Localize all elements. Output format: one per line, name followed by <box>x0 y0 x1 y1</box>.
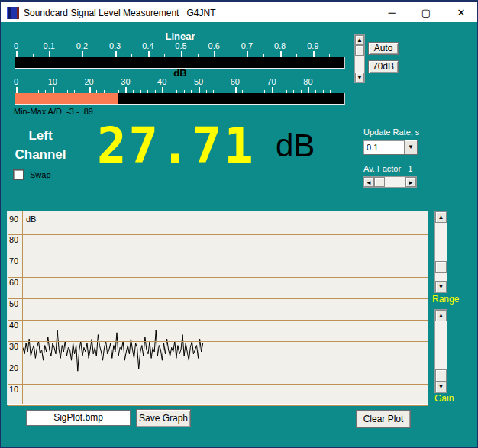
window-title: Soundcard Signal Level Measurement G4JNT <box>24 8 215 18</box>
auto-button[interactable]: Auto <box>368 42 399 55</box>
combo-dropdown-icon[interactable]: ▼ <box>404 140 417 154</box>
scale-tick-label: 0.3 <box>109 41 121 50</box>
gain-scrollbar[interactable]: ▲ ▼ <box>434 309 447 393</box>
scale-tick-label: 0.8 <box>274 41 286 50</box>
swap-checkbox[interactable] <box>13 169 24 180</box>
plot-y-tick-label: 90 <box>9 214 18 224</box>
gain-label: Gain <box>434 393 454 404</box>
scrollbar-thumb[interactable] <box>355 45 364 56</box>
av-factor-thumb[interactable] <box>374 177 385 187</box>
plot-y-tick-label: 60 <box>9 278 18 287</box>
db-meter-bar <box>15 93 345 105</box>
linear-meter-scale: 00.10.20.30.40.50.60.70.80.9 <box>15 41 347 58</box>
scale-70db-button[interactable]: 70dB <box>368 60 399 73</box>
range-up-icon[interactable]: ▲ <box>435 211 447 223</box>
plot-gridline <box>8 320 428 321</box>
scale-tick-label: 70 <box>266 77 276 86</box>
scrollbar-right-icon[interactable]: ► <box>405 177 416 187</box>
scale-tick-label: 20 <box>84 77 93 86</box>
plot-gridline <box>8 341 428 342</box>
plot-unit-label: dB <box>26 214 36 224</box>
scale-tick-label: 0 <box>14 77 18 86</box>
filename-input[interactable]: SigPlot.bmp <box>26 410 131 426</box>
clear-plot-button[interactable]: Clear Plot <box>356 410 411 428</box>
scale-tick-label: 50 <box>194 77 203 86</box>
db-meter-scale: 01020304050607080 <box>15 77 347 94</box>
scale-tick-label: 0.6 <box>208 41 220 50</box>
db-readout-unit: dB <box>276 127 315 164</box>
av-factor-scrollbar[interactable]: ◄ ► <box>363 176 417 188</box>
scale-tick-label: 40 <box>157 77 166 86</box>
plot-y-tick-label: 20 <box>9 363 18 372</box>
scale-tick-label: 10 <box>48 77 57 86</box>
plot-gridline <box>8 277 428 278</box>
plot-gridline <box>8 298 428 299</box>
linear-meter-title: Linear <box>150 31 211 42</box>
scale-tick-label: 30 <box>121 77 130 86</box>
scrollbar-down-icon[interactable]: ▼ <box>355 73 364 82</box>
scale-tick-label: 0.7 <box>241 41 253 50</box>
minimize-button[interactable]: ─ <box>375 2 409 23</box>
av-factor-label: Av. Factor 1 <box>363 164 412 173</box>
plot-gridline <box>8 234 428 235</box>
db-readout-value: 27.71 <box>97 118 256 174</box>
range-scrollbar[interactable]: ▲ ▼ <box>434 211 447 293</box>
scale-tick-label: 0.9 <box>307 41 318 50</box>
plot-gridline <box>8 256 428 256</box>
plot-y-tick-label: 70 <box>9 256 18 266</box>
scale-tick-label: 0.1 <box>44 41 55 50</box>
scrollbar-left-icon[interactable]: ◄ <box>363 177 374 187</box>
plot-y-tick-label: 50 <box>9 299 18 308</box>
close-button[interactable]: ✕ <box>444 2 478 23</box>
scale-tick-label: 0.4 <box>142 41 153 50</box>
app-icon <box>7 7 19 19</box>
plot-y-tick-label: 80 <box>9 235 18 244</box>
scale-tick-label: 80 <box>303 77 312 86</box>
av-factor-label-text: Av. Factor <box>363 164 401 173</box>
swap-label: Swap <box>30 170 51 179</box>
plot-y-axis <box>22 211 23 404</box>
plot-gridline <box>8 363 428 363</box>
scale-tick-label: 0 <box>14 41 18 50</box>
signal-trace <box>8 211 428 404</box>
channel-line2: Channel <box>5 145 76 164</box>
title-bar: Soundcard Signal Level Measurement G4JNT… <box>1 1 477 22</box>
range-thumb[interactable] <box>435 261 447 273</box>
scale-tick-label: 0.2 <box>76 41 88 50</box>
scale-tick-label: 0.5 <box>175 41 186 50</box>
plot-y-tick-label: 40 <box>9 321 18 330</box>
plot-gridline <box>8 405 428 406</box>
minmax-text: Min-Max A/D -3 - 89 <box>14 107 93 116</box>
update-rate-label: Update Rate, s <box>363 127 419 137</box>
update-rate-combobox[interactable]: 0.1 ▼ <box>363 140 418 155</box>
update-rate-value: 0.1 <box>367 143 378 152</box>
channel-label: Left Channel <box>5 126 76 164</box>
channel-line1: Left <box>5 126 76 145</box>
gain-thumb[interactable] <box>435 369 447 382</box>
gain-down-icon[interactable]: ▼ <box>435 381 447 392</box>
db-meter-fill <box>15 93 118 104</box>
save-graph-button[interactable]: Save Graph <box>136 409 191 427</box>
app-window: Soundcard Signal Level Measurement G4JNT… <box>0 0 478 448</box>
range-label: Range <box>432 294 459 305</box>
plot-y-tick-label: 30 <box>9 342 18 351</box>
gain-up-icon[interactable]: ▲ <box>435 310 447 321</box>
plot-y-tick-label: 10 <box>9 385 18 394</box>
maximize-button[interactable]: ▢ <box>409 2 443 23</box>
av-factor-value: 1 <box>408 164 412 173</box>
signal-plot: dB 908070605040302010 <box>7 211 428 405</box>
range-down-icon[interactable]: ▼ <box>435 281 447 292</box>
scrollbar-up-icon[interactable]: ▲ <box>355 35 364 45</box>
meter-range-scrollbar[interactable]: ▲ ▼ <box>354 34 365 83</box>
scale-tick-label: 60 <box>231 77 240 86</box>
plot-gridline <box>8 384 428 385</box>
